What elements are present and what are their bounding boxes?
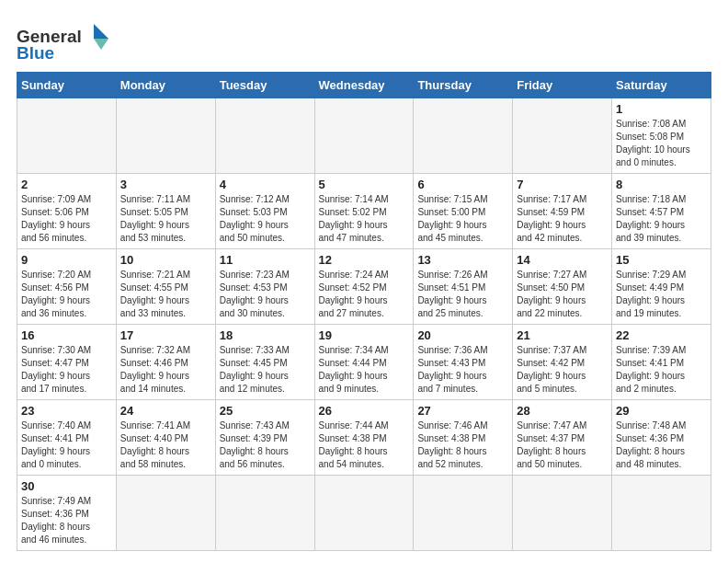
calendar-cell: 20Sunrise: 7:36 AMSunset: 4:43 PMDayligh… xyxy=(414,325,513,400)
day-number: 13 xyxy=(417,253,508,267)
calendar-cell: 11Sunrise: 7:23 AMSunset: 4:53 PMDayligh… xyxy=(215,249,314,325)
day-number: 3 xyxy=(120,178,211,191)
day-number: 8 xyxy=(616,178,707,191)
day-number: 10 xyxy=(120,253,211,267)
calendar-cell: 30Sunrise: 7:49 AMSunset: 4:36 PMDayligh… xyxy=(17,476,117,551)
calendar-cell: 4Sunrise: 7:12 AMSunset: 5:03 PMDaylight… xyxy=(215,174,314,249)
calendar-cell: 7Sunrise: 7:17 AMSunset: 4:59 PMDaylight… xyxy=(513,174,612,249)
day-info: Sunrise: 7:49 AMSunset: 4:36 PMDaylight:… xyxy=(21,495,112,546)
day-number: 18 xyxy=(220,328,311,342)
calendar-cell: 24Sunrise: 7:41 AMSunset: 4:40 PMDayligh… xyxy=(116,400,215,476)
day-info: Sunrise: 7:12 AMSunset: 5:03 PMDaylight:… xyxy=(220,193,311,245)
calendar-cell xyxy=(414,98,513,174)
day-number: 12 xyxy=(319,253,410,267)
week-row-2: 9Sunrise: 7:20 AMSunset: 4:56 PMDaylight… xyxy=(17,249,711,325)
day-number: 6 xyxy=(417,178,508,191)
calendar-cell: 16Sunrise: 7:30 AMSunset: 4:47 PMDayligh… xyxy=(17,325,117,400)
day-info: Sunrise: 7:26 AMSunset: 4:51 PMDaylight:… xyxy=(417,269,508,320)
day-number: 5 xyxy=(319,178,410,191)
day-info: Sunrise: 7:37 AMSunset: 4:42 PMDaylight:… xyxy=(517,344,608,396)
calendar-cell xyxy=(414,476,513,551)
day-info: Sunrise: 7:43 AMSunset: 4:39 PMDaylight:… xyxy=(220,419,311,471)
calendar-cell xyxy=(17,98,117,174)
calendar-cell: 13Sunrise: 7:26 AMSunset: 4:51 PMDayligh… xyxy=(414,249,513,325)
day-info: Sunrise: 7:17 AMSunset: 4:59 PMDaylight:… xyxy=(517,193,608,245)
day-info: Sunrise: 7:47 AMSunset: 4:37 PMDaylight:… xyxy=(517,419,608,471)
day-number: 30 xyxy=(21,479,112,493)
day-info: Sunrise: 7:48 AMSunset: 4:36 PMDaylight:… xyxy=(616,419,707,471)
calendar-header: SundayMondayTuesdayWednesdayThursdayFrid… xyxy=(17,73,711,98)
calendar-cell: 2Sunrise: 7:09 AMSunset: 5:06 PMDaylight… xyxy=(17,174,117,249)
day-info: Sunrise: 7:34 AMSunset: 4:44 PMDaylight:… xyxy=(319,344,410,396)
calendar-cell: 14Sunrise: 7:27 AMSunset: 4:50 PMDayligh… xyxy=(513,249,612,325)
calendar-cell: 10Sunrise: 7:21 AMSunset: 4:55 PMDayligh… xyxy=(116,249,215,325)
calendar-cell: 15Sunrise: 7:29 AMSunset: 4:49 PMDayligh… xyxy=(612,249,711,325)
day-number: 27 xyxy=(417,404,508,418)
day-number: 16 xyxy=(21,328,112,342)
calendar-cell: 21Sunrise: 7:37 AMSunset: 4:42 PMDayligh… xyxy=(513,325,612,400)
logo: General Blue xyxy=(17,17,118,61)
header-day-thursday: Thursday xyxy=(414,73,513,98)
day-info: Sunrise: 7:41 AMSunset: 4:40 PMDaylight:… xyxy=(120,419,211,471)
calendar-cell: 5Sunrise: 7:14 AMSunset: 5:02 PMDaylight… xyxy=(314,174,414,249)
calendar-cell: 28Sunrise: 7:47 AMSunset: 4:37 PMDayligh… xyxy=(513,400,612,476)
header-day-saturday: Saturday xyxy=(612,73,711,98)
header-row: SundayMondayTuesdayWednesdayThursdayFrid… xyxy=(17,73,711,98)
day-info: Sunrise: 7:29 AMSunset: 4:49 PMDaylight:… xyxy=(616,269,707,320)
day-number: 11 xyxy=(220,253,311,267)
calendar-cell xyxy=(314,476,414,551)
calendar-cell: 12Sunrise: 7:24 AMSunset: 4:52 PMDayligh… xyxy=(314,249,414,325)
calendar-body: 1Sunrise: 7:08 AMSunset: 5:08 PMDaylight… xyxy=(17,98,711,551)
calendar-cell: 25Sunrise: 7:43 AMSunset: 4:39 PMDayligh… xyxy=(215,400,314,476)
calendar-cell: 17Sunrise: 7:32 AMSunset: 4:46 PMDayligh… xyxy=(116,325,215,400)
day-number: 7 xyxy=(517,178,608,191)
day-info: Sunrise: 7:18 AMSunset: 4:57 PMDaylight:… xyxy=(616,193,707,245)
week-row-3: 16Sunrise: 7:30 AMSunset: 4:47 PMDayligh… xyxy=(17,325,711,400)
day-info: Sunrise: 7:27 AMSunset: 4:50 PMDaylight:… xyxy=(517,269,608,320)
day-number: 28 xyxy=(517,404,608,418)
day-info: Sunrise: 7:32 AMSunset: 4:46 PMDaylight:… xyxy=(120,344,211,396)
calendar-cell: 19Sunrise: 7:34 AMSunset: 4:44 PMDayligh… xyxy=(314,325,414,400)
day-info: Sunrise: 7:11 AMSunset: 5:05 PMDaylight:… xyxy=(120,193,211,245)
day-info: Sunrise: 7:21 AMSunset: 4:55 PMDaylight:… xyxy=(120,269,211,320)
day-number: 9 xyxy=(21,253,112,267)
header-day-friday: Friday xyxy=(513,73,612,98)
day-number: 19 xyxy=(319,328,410,342)
day-number: 4 xyxy=(220,178,311,191)
day-info: Sunrise: 7:44 AMSunset: 4:38 PMDaylight:… xyxy=(319,419,410,471)
calendar-cell xyxy=(215,98,314,174)
calendar-cell: 26Sunrise: 7:44 AMSunset: 4:38 PMDayligh… xyxy=(314,400,414,476)
page: General Blue SundayMondayTuesdayWednesda… xyxy=(0,0,728,563)
header-day-monday: Monday xyxy=(116,73,215,98)
logo-icon: General Blue xyxy=(17,17,118,61)
svg-text:Blue: Blue xyxy=(17,43,54,61)
svg-marker-2 xyxy=(94,24,108,39)
week-row-1: 2Sunrise: 7:09 AMSunset: 5:06 PMDaylight… xyxy=(17,174,711,249)
calendar-cell xyxy=(314,98,414,174)
calendar-cell: 9Sunrise: 7:20 AMSunset: 4:56 PMDaylight… xyxy=(17,249,117,325)
day-info: Sunrise: 7:14 AMSunset: 5:02 PMDaylight:… xyxy=(319,193,410,245)
day-info: Sunrise: 7:20 AMSunset: 4:56 PMDaylight:… xyxy=(21,269,112,320)
calendar-cell xyxy=(513,476,612,551)
header-day-sunday: Sunday xyxy=(17,73,117,98)
day-info: Sunrise: 7:36 AMSunset: 4:43 PMDaylight:… xyxy=(417,344,508,396)
week-row-5: 30Sunrise: 7:49 AMSunset: 4:36 PMDayligh… xyxy=(17,476,711,551)
day-number: 22 xyxy=(616,328,707,342)
day-number: 15 xyxy=(616,253,707,267)
calendar-cell xyxy=(215,476,314,551)
day-info: Sunrise: 7:08 AMSunset: 5:08 PMDaylight:… xyxy=(616,118,707,169)
calendar-cell xyxy=(513,98,612,174)
day-number: 29 xyxy=(616,404,707,418)
day-number: 23 xyxy=(21,404,112,418)
header-day-wednesday: Wednesday xyxy=(314,73,414,98)
week-row-0: 1Sunrise: 7:08 AMSunset: 5:08 PMDaylight… xyxy=(17,98,711,174)
calendar: SundayMondayTuesdayWednesdayThursdayFrid… xyxy=(17,72,711,551)
calendar-cell: 18Sunrise: 7:33 AMSunset: 4:45 PMDayligh… xyxy=(215,325,314,400)
day-number: 25 xyxy=(220,404,311,418)
svg-marker-3 xyxy=(94,39,108,50)
day-number: 2 xyxy=(21,178,112,191)
day-info: Sunrise: 7:39 AMSunset: 4:41 PMDaylight:… xyxy=(616,344,707,396)
day-info: Sunrise: 7:23 AMSunset: 4:53 PMDaylight:… xyxy=(220,269,311,320)
header-day-tuesday: Tuesday xyxy=(215,73,314,98)
day-info: Sunrise: 7:15 AMSunset: 5:00 PMDaylight:… xyxy=(417,193,508,245)
